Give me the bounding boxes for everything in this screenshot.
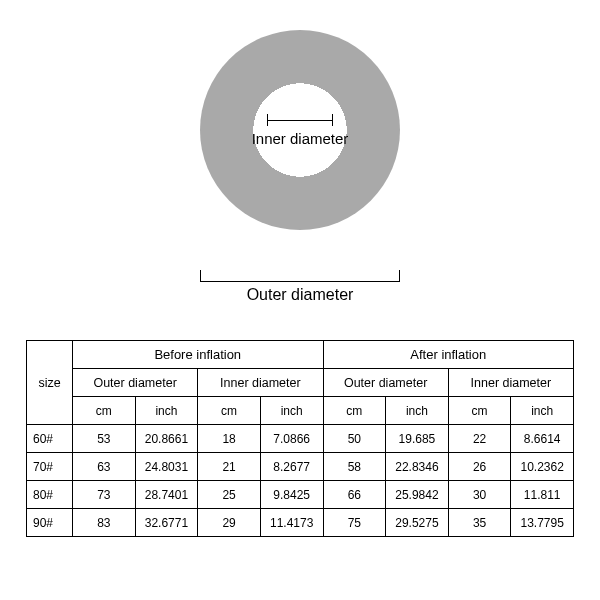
cell-value: 29 — [198, 509, 261, 537]
table-row: 80#7328.7401259.84256625.98423011.811 — [27, 481, 574, 509]
cell-value: 8.6614 — [511, 425, 574, 453]
header-after-inflation: After inflation — [323, 341, 574, 369]
cell-value: 66 — [323, 481, 386, 509]
cell-value: 21 — [198, 453, 261, 481]
header-outer-diameter: Outer diameter — [323, 369, 448, 397]
header-inner-diameter: Inner diameter — [198, 369, 323, 397]
header-unit-inch: inch — [260, 397, 323, 425]
header-size: size — [27, 341, 73, 425]
cell-value: 24.8031 — [135, 453, 198, 481]
cell-value: 13.7795 — [511, 509, 574, 537]
cell-value: 58 — [323, 453, 386, 481]
cell-value: 22 — [448, 425, 511, 453]
cell-value: 22.8346 — [386, 453, 449, 481]
cell-value: 10.2362 — [511, 453, 574, 481]
cell-size: 70# — [27, 453, 73, 481]
header-unit-inch: inch — [386, 397, 449, 425]
cell-value: 25.9842 — [386, 481, 449, 509]
header-before-inflation: Before inflation — [73, 341, 324, 369]
cell-value: 29.5275 — [386, 509, 449, 537]
cell-size: 60# — [27, 425, 73, 453]
cell-size: 90# — [27, 509, 73, 537]
header-unit-cm: cm — [448, 397, 511, 425]
size-table: size Before inflation After inflation Ou… — [26, 340, 574, 537]
cell-value: 50 — [323, 425, 386, 453]
cell-value: 26 — [448, 453, 511, 481]
cell-size: 80# — [27, 481, 73, 509]
cell-value: 18 — [198, 425, 261, 453]
inner-diameter-label: Inner diameter — [200, 130, 400, 147]
cell-value: 28.7401 — [135, 481, 198, 509]
cell-value: 73 — [73, 481, 136, 509]
table-row: 60#5320.8661187.08665019.685228.6614 — [27, 425, 574, 453]
cell-value: 35 — [448, 509, 511, 537]
cell-value: 20.8661 — [135, 425, 198, 453]
header-outer-diameter: Outer diameter — [73, 369, 198, 397]
cell-value: 53 — [73, 425, 136, 453]
cell-value: 63 — [73, 453, 136, 481]
outer-diameter-bracket — [200, 270, 400, 282]
table-row: 70#6324.8031218.26775822.83462610.2362 — [27, 453, 574, 481]
cell-value: 11.4173 — [260, 509, 323, 537]
cell-value: 7.0866 — [260, 425, 323, 453]
cell-value: 83 — [73, 509, 136, 537]
outer-diameter-label: Outer diameter — [0, 286, 600, 304]
cell-value: 19.685 — [386, 425, 449, 453]
header-unit-cm: cm — [73, 397, 136, 425]
cell-value: 9.8425 — [260, 481, 323, 509]
table-row: 90#8332.67712911.41737529.52753513.7795 — [27, 509, 574, 537]
cell-value: 25 — [198, 481, 261, 509]
cell-value: 8.2677 — [260, 453, 323, 481]
cell-value: 11.811 — [511, 481, 574, 509]
header-unit-inch: inch — [511, 397, 574, 425]
ring-diagram: Inner diameter Outer diameter — [0, 30, 600, 310]
header-unit-inch: inch — [135, 397, 198, 425]
cell-value: 30 — [448, 481, 511, 509]
inner-diameter-bracket — [267, 120, 333, 121]
header-unit-cm: cm — [198, 397, 261, 425]
cell-value: 32.6771 — [135, 509, 198, 537]
header-inner-diameter: Inner diameter — [448, 369, 573, 397]
header-unit-cm: cm — [323, 397, 386, 425]
cell-value: 75 — [323, 509, 386, 537]
